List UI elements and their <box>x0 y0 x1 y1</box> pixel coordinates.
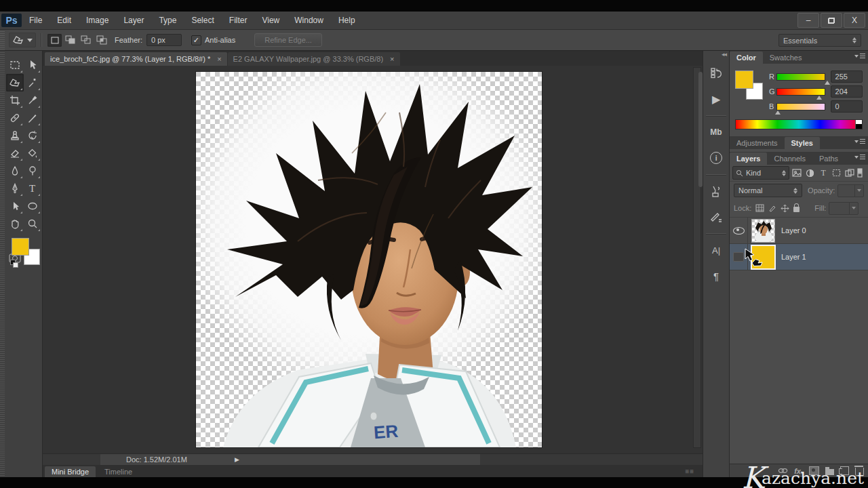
magic-wand-tool[interactable] <box>24 74 41 92</box>
close-tab-icon[interactable]: × <box>217 55 221 63</box>
filter-shape-layers-icon[interactable] <box>831 167 842 179</box>
pen-tool[interactable] <box>6 180 24 197</box>
fill-input[interactable] <box>829 202 859 215</box>
lock-position-icon[interactable] <box>781 204 789 213</box>
vertical-scrollbar[interactable] <box>693 67 701 448</box>
healing-brush-tool[interactable] <box>6 109 24 127</box>
new-selection-button[interactable] <box>47 34 62 47</box>
document-tab-1[interactable]: ice_broch_fcC.jpg @ 77.3% (Layer 1, RGB/… <box>45 52 227 66</box>
minimize-button[interactable]: – <box>797 13 819 28</box>
close-tab-icon[interactable]: × <box>390 55 394 63</box>
canvas[interactable]: ER <box>195 71 542 448</box>
layer-0-name[interactable]: Layer 0 <box>781 226 806 235</box>
move-tool[interactable] <box>24 56 41 74</box>
foreground-color-swatch[interactable] <box>12 238 29 256</box>
tab-adjustments[interactable]: Adjustments <box>730 137 785 149</box>
document-tab-2[interactable]: E2 GALAXY Wallpaper.jpg @ 33.3% (RGB/8) … <box>228 52 400 66</box>
intersect-selection-button[interactable] <box>94 34 108 47</box>
menu-window[interactable]: Window <box>287 16 331 25</box>
restore-button[interactable] <box>821 13 842 28</box>
workspace-switcher[interactable]: Essentials <box>778 34 861 47</box>
clone-stamp-tool[interactable] <box>6 127 24 144</box>
panel-foreground-swatch[interactable] <box>735 70 753 89</box>
refine-edge-button[interactable]: Refine Edge... <box>254 33 322 47</box>
blue-slider[interactable] <box>776 103 825 110</box>
lock-transparency-icon[interactable] <box>755 204 764 212</box>
eyedropper-tool[interactable] <box>24 92 41 109</box>
actions-panel-button[interactable]: ▶ <box>706 89 726 109</box>
filter-smart-objects-icon[interactable] <box>844 167 854 179</box>
history-panel-button[interactable] <box>706 63 726 83</box>
blend-mode-dropdown[interactable]: Normal <box>734 184 802 197</box>
expand-panels-icon[interactable]: ◂◂ <box>722 51 726 60</box>
panel-menu-icon[interactable] <box>854 54 865 60</box>
status-options-arrow-icon[interactable]: ▶ <box>235 456 239 463</box>
path-selection-tool[interactable] <box>6 197 24 215</box>
anti-alias-checkbox[interactable]: ✓ <box>191 35 201 45</box>
menu-select[interactable]: Select <box>184 16 221 25</box>
lock-pixels-icon[interactable] <box>768 204 776 212</box>
panel-menu-icon[interactable] <box>854 139 865 146</box>
ellipse-shape-tool[interactable] <box>24 197 41 215</box>
red-value[interactable]: 255 <box>831 70 863 83</box>
menu-file[interactable]: File <box>22 16 50 25</box>
subtract-from-selection-button[interactable] <box>79 34 93 47</box>
green-slider[interactable] <box>776 88 825 96</box>
tab-swatches[interactable]: Swatches <box>763 52 809 64</box>
default-colors-icon[interactable] <box>10 260 17 266</box>
paint-bucket-tool[interactable] <box>24 144 41 162</box>
dodge-tool[interactable] <box>24 162 41 180</box>
mini-bridge-panel-button[interactable]: Mb <box>706 122 726 142</box>
paragraph-panel-button[interactable]: ¶ <box>706 266 726 286</box>
close-button[interactable]: X <box>844 13 865 28</box>
info-panel-button[interactable]: i <box>706 148 726 168</box>
filter-pixel-layers-icon[interactable] <box>792 167 802 179</box>
rectangular-marquee-tool[interactable] <box>6 56 24 74</box>
panel-menu-icon[interactable] <box>854 155 865 161</box>
tab-paths[interactable]: Paths <box>812 152 845 165</box>
history-brush-tool[interactable] <box>24 127 41 144</box>
current-tool-preset[interactable] <box>9 33 36 47</box>
eraser-tool[interactable] <box>6 144 24 162</box>
polygonal-lasso-tool[interactable] <box>6 74 24 92</box>
filter-toggle-switch[interactable] <box>855 167 865 179</box>
menu-image[interactable]: Image <box>79 16 116 25</box>
feather-input[interactable]: 0 px <box>146 34 182 46</box>
menu-filter[interactable]: Filter <box>222 16 255 25</box>
blue-slider-thumb[interactable] <box>775 110 781 115</box>
menu-edit[interactable]: Edit <box>50 16 79 25</box>
hand-tool[interactable] <box>6 215 24 232</box>
tab-mini-bridge[interactable]: Mini Bridge <box>45 466 96 477</box>
brush-presets-panel-button[interactable] <box>706 207 726 227</box>
tool-presets-panel-button[interactable] <box>706 181 726 201</box>
tab-layers[interactable]: Layers <box>730 152 767 165</box>
layer-0-thumbnail[interactable] <box>752 220 774 242</box>
menu-help[interactable]: Help <box>331 16 363 25</box>
opacity-input[interactable] <box>837 184 864 197</box>
blur-tool[interactable] <box>6 162 24 180</box>
color-spectrum-ramp[interactable] <box>735 119 863 129</box>
filter-type-layers-icon[interactable]: T <box>818 167 828 179</box>
lock-all-icon[interactable] <box>793 204 800 212</box>
menu-layer[interactable]: Layer <box>116 16 151 25</box>
type-tool[interactable]: T <box>24 180 41 197</box>
scrollbar-thumb[interactable] <box>698 72 703 187</box>
blue-value[interactable]: 0 <box>831 100 863 113</box>
black-swatch[interactable] <box>855 124 862 129</box>
panel-drag-handle[interactable]: ≡≡ <box>685 468 694 475</box>
tab-styles[interactable]: Styles <box>785 137 820 149</box>
brush-tool[interactable] <box>24 109 41 127</box>
menu-view[interactable]: View <box>254 16 287 25</box>
layer-1-name[interactable]: Layer 1 <box>781 253 806 261</box>
tab-color[interactable]: Color <box>730 52 763 64</box>
add-to-selection-button[interactable] <box>63 34 77 47</box>
filter-adjustment-layers-icon[interactable] <box>805 167 815 179</box>
layer-row-0[interactable]: Layer 0 <box>730 218 868 244</box>
visibility-toggle[interactable] <box>730 218 748 243</box>
zoom-tool[interactable] <box>24 215 41 232</box>
crop-tool[interactable] <box>6 92 24 109</box>
tab-channels[interactable]: Channels <box>767 152 812 165</box>
character-panel-button[interactable]: A| <box>706 240 726 260</box>
menu-type[interactable]: Type <box>151 16 184 25</box>
green-value[interactable]: 204 <box>831 85 863 98</box>
